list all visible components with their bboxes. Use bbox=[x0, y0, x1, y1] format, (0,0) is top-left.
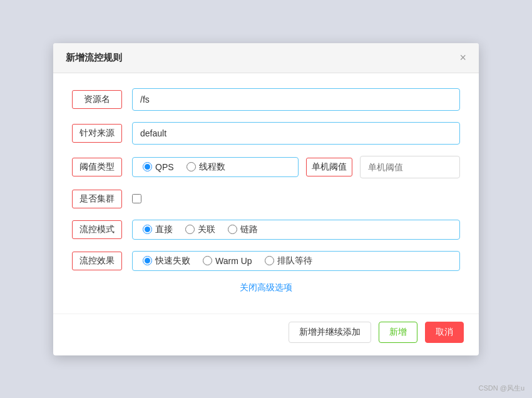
threshold-thread-option[interactable]: 线程数 bbox=[187, 161, 225, 173]
flow-mode-relate-option[interactable]: 关联 bbox=[185, 224, 215, 235]
flow-effect-fast-label: 快速失败 bbox=[155, 255, 190, 267]
add-continue-button[interactable]: 新增并继续添加 bbox=[289, 322, 371, 343]
flow-effect-label: 流控效果 bbox=[72, 252, 122, 270]
dialog-overlay: 新增流控规则 × 资源名 针对来源 阈值类型 bbox=[0, 0, 532, 398]
source-label: 针对来源 bbox=[72, 124, 122, 143]
flow-effect-queue-option[interactable]: 排队等待 bbox=[265, 255, 312, 267]
threshold-qps-radio[interactable] bbox=[143, 162, 152, 171]
flow-mode-direct-option[interactable]: 直接 bbox=[143, 224, 173, 235]
flow-effect-fast-radio[interactable] bbox=[143, 256, 152, 265]
threshold-qps-label: QPS bbox=[155, 162, 174, 172]
threshold-radio-group: QPS 线程数 bbox=[132, 157, 299, 177]
flow-effect-queue-radio[interactable] bbox=[265, 256, 274, 265]
resource-name-input[interactable] bbox=[132, 88, 460, 111]
watermark: CSDN @风生u bbox=[478, 384, 524, 393]
flow-mode-label: 流控模式 bbox=[72, 220, 122, 239]
flow-mode-row: 流控模式 直接 关联 链路 bbox=[72, 220, 460, 240]
flow-effect-warmup-option[interactable]: Warm Up bbox=[203, 256, 252, 266]
single-threshold-input[interactable] bbox=[360, 156, 460, 178]
dialog-header: 新增流控规则 × bbox=[53, 43, 479, 73]
flow-mode-direct-label: 直接 bbox=[155, 224, 173, 235]
dialog-title: 新增流控规则 bbox=[66, 52, 122, 64]
single-threshold-label: 单机阈值 bbox=[306, 158, 352, 176]
threshold-thread-label: 线程数 bbox=[199, 161, 225, 173]
flow-effect-row: 流控效果 快速失败 Warm Up 排队等待 bbox=[72, 251, 460, 271]
flow-mode-direct-radio[interactable] bbox=[143, 225, 152, 234]
threshold-type-label: 阈值类型 bbox=[72, 158, 122, 176]
close-button[interactable]: × bbox=[459, 52, 466, 63]
cluster-checkbox-wrapper bbox=[132, 194, 141, 203]
flow-effect-radio-group: 快速失败 Warm Up 排队等待 bbox=[132, 251, 460, 271]
flow-effect-queue-label: 排队等待 bbox=[277, 255, 312, 267]
threshold-qps-option[interactable]: QPS bbox=[143, 162, 174, 172]
dialog-body: 资源名 针对来源 阈值类型 QPS bbox=[53, 73, 479, 314]
cluster-label: 是否集群 bbox=[72, 190, 122, 208]
flow-mode-radio-group: 直接 关联 链路 bbox=[132, 220, 460, 240]
cluster-row: 是否集群 bbox=[72, 190, 460, 208]
dialog-footer: 新增并继续添加 新增 取消 bbox=[53, 314, 479, 355]
source-input[interactable] bbox=[132, 122, 460, 145]
flow-effect-warmup-label: Warm Up bbox=[215, 256, 252, 266]
threshold-thread-radio[interactable] bbox=[187, 162, 196, 171]
resource-name-row: 资源名 bbox=[72, 88, 460, 111]
cluster-checkbox[interactable] bbox=[132, 194, 141, 203]
flow-mode-chain-radio[interactable] bbox=[228, 225, 237, 234]
dialog: 新增流控规则 × 资源名 针对来源 阈值类型 bbox=[53, 43, 479, 355]
advanced-link[interactable]: 关闭高级选项 bbox=[72, 282, 460, 293]
resource-name-label: 资源名 bbox=[72, 90, 122, 109]
add-button[interactable]: 新增 bbox=[379, 322, 417, 343]
flow-effect-warmup-radio[interactable] bbox=[203, 256, 212, 265]
flow-effect-fast-option[interactable]: 快速失败 bbox=[143, 255, 190, 267]
flow-mode-chain-label: 链路 bbox=[240, 224, 258, 235]
flow-mode-chain-option[interactable]: 链路 bbox=[228, 224, 258, 235]
flow-mode-relate-label: 关联 bbox=[198, 224, 215, 235]
cancel-button[interactable]: 取消 bbox=[425, 322, 464, 343]
threshold-type-row: 阈值类型 QPS 线程数 单机阈值 bbox=[72, 156, 460, 178]
source-row: 针对来源 bbox=[72, 122, 460, 145]
threshold-type-controls: QPS 线程数 单机阈值 bbox=[132, 156, 460, 178]
flow-mode-relate-radio[interactable] bbox=[185, 225, 195, 234]
